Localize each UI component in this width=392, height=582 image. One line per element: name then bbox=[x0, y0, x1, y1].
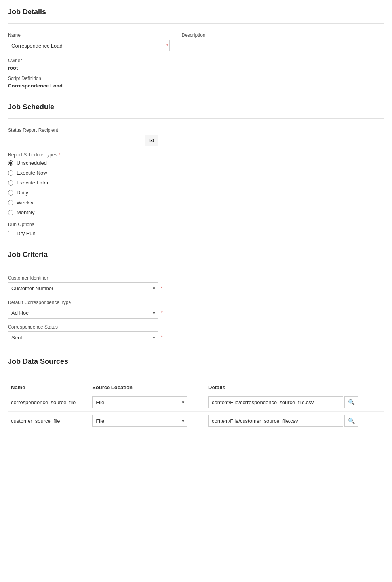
row2-details-cell: 🔍 bbox=[205, 412, 384, 430]
default-correspondence-type-label: Default Correspondence Type bbox=[8, 300, 384, 305]
job-details-section: Job Details Name * Description Owner roo… bbox=[8, 8, 384, 89]
name-input-wrap: * bbox=[8, 40, 170, 51]
report-schedule-types-field: Report Schedule Types * Unscheduled Exec… bbox=[8, 152, 384, 215]
radio-execute-later-label: Execute Later bbox=[17, 180, 48, 186]
schedule-radio-group: Unscheduled Execute Now Execute Later Da… bbox=[8, 160, 384, 215]
status-report-label: Status Report Recipient bbox=[8, 127, 384, 133]
col-name: Name bbox=[8, 382, 89, 393]
row1-source-select-wrap: File Database API ▼ bbox=[92, 396, 187, 408]
col-source-location: Source Location bbox=[89, 382, 205, 393]
radio-monthly[interactable]: Monthly bbox=[8, 209, 384, 215]
radio-monthly-input[interactable] bbox=[8, 210, 13, 215]
job-details-row1: Name * Description bbox=[8, 32, 384, 51]
row2-source-select-wrap: File Database API ▼ bbox=[92, 415, 187, 427]
run-options-label: Run Options bbox=[8, 222, 384, 227]
customer-identifier-select-container: Customer Number Account Number Email ▼ bbox=[8, 282, 158, 294]
name-field-col: Name * bbox=[8, 32, 170, 51]
radio-weekly-input[interactable] bbox=[8, 200, 13, 205]
schedule-required-star: * bbox=[59, 152, 60, 157]
owner-value: root bbox=[8, 65, 384, 71]
customer-identifier-select[interactable]: Customer Number Account Number Email bbox=[8, 282, 158, 294]
job-schedule-section: Job Schedule Status Report Recipient ✉ R… bbox=[8, 103, 384, 236]
row2-source-select[interactable]: File Database API bbox=[92, 415, 187, 427]
radio-execute-now-label: Execute Now bbox=[17, 170, 47, 176]
radio-execute-now-input[interactable] bbox=[8, 170, 13, 176]
section-divider2 bbox=[8, 118, 384, 119]
job-details-title: Job Details bbox=[8, 8, 384, 16]
row2-details-wrap: 🔍 bbox=[208, 415, 381, 427]
radio-execute-later[interactable]: Execute Later bbox=[8, 180, 384, 186]
row1-details-input[interactable] bbox=[208, 396, 343, 408]
default-correspondence-type-select-wrap: Ad Hoc Standard Custom ▼ * bbox=[8, 307, 384, 319]
status-report-recipient-field: Status Report Recipient ✉ bbox=[8, 127, 384, 146]
job-data-sources-section: Job Data Sources Name Source Location De… bbox=[8, 358, 384, 430]
radio-execute-later-input[interactable] bbox=[8, 180, 13, 186]
radio-monthly-label: Monthly bbox=[17, 209, 35, 215]
report-schedule-types-label: Report Schedule Types * bbox=[8, 152, 384, 158]
radio-weekly-label: Weekly bbox=[17, 200, 33, 205]
default-correspondence-type-select[interactable]: Ad Hoc Standard Custom bbox=[8, 307, 158, 319]
radio-unscheduled-label: Unscheduled bbox=[17, 160, 47, 166]
description-field-col: Description bbox=[182, 32, 384, 51]
section-divider bbox=[8, 23, 384, 24]
radio-daily-input[interactable] bbox=[8, 190, 13, 196]
radio-weekly[interactable]: Weekly bbox=[8, 200, 384, 205]
row1-details-cell: 🔍 bbox=[205, 393, 384, 412]
description-input[interactable] bbox=[182, 40, 384, 51]
radio-execute-now[interactable]: Execute Now bbox=[8, 170, 384, 176]
customer-identifier-required-star: * bbox=[161, 285, 163, 291]
default-correspondence-type-required-star: * bbox=[161, 310, 163, 316]
dry-run-label: Dry Run bbox=[17, 230, 36, 236]
job-criteria-title: Job Criteria bbox=[8, 251, 384, 259]
table-row: customer_source_file File Database API ▼ bbox=[8, 412, 384, 430]
row1-name: correspondence_source_file bbox=[8, 393, 89, 412]
correspondence-status-select[interactable]: Sent Pending Draft bbox=[8, 331, 158, 343]
script-definition-value: Correspondence Load bbox=[8, 83, 384, 89]
customer-identifier-select-wrap: Customer Number Account Number Email ▼ * bbox=[8, 282, 384, 294]
table-row: correspondence_source_file File Database… bbox=[8, 393, 384, 412]
job-data-sources-title: Job Data Sources bbox=[8, 358, 384, 366]
status-report-input[interactable] bbox=[8, 135, 145, 146]
dry-run-checkbox-label[interactable]: Dry Run bbox=[8, 230, 384, 236]
correspondence-status-field: Correspondence Status Sent Pending Draft… bbox=[8, 324, 384, 343]
script-definition-field: Script Definition Correspondence Load bbox=[8, 76, 384, 89]
row1-search-button[interactable]: 🔍 bbox=[344, 396, 358, 408]
row2-search-button[interactable]: 🔍 bbox=[344, 415, 358, 427]
default-correspondence-type-field: Default Correspondence Type Ad Hoc Stand… bbox=[8, 300, 384, 319]
row1-details-wrap: 🔍 bbox=[208, 396, 381, 408]
col-details: Details bbox=[205, 382, 384, 393]
email-button[interactable]: ✉ bbox=[145, 135, 158, 146]
radio-unscheduled[interactable]: Unscheduled bbox=[8, 160, 384, 166]
row2-details-input[interactable] bbox=[208, 415, 343, 427]
name-input[interactable] bbox=[8, 40, 170, 51]
row2-name: customer_source_file bbox=[8, 412, 89, 430]
run-options-field: Run Options Dry Run bbox=[8, 222, 384, 236]
correspondence-status-select-wrap: Sent Pending Draft ▼ * bbox=[8, 331, 384, 343]
job-schedule-title: Job Schedule bbox=[8, 103, 384, 111]
customer-identifier-label: Customer Identifier bbox=[8, 275, 384, 281]
description-label: Description bbox=[182, 32, 384, 38]
owner-label: Owner bbox=[8, 58, 384, 63]
dry-run-checkbox[interactable] bbox=[8, 231, 13, 236]
row2-source-location-cell: File Database API ▼ bbox=[89, 412, 205, 430]
correspondence-status-select-container: Sent Pending Draft ▼ bbox=[8, 331, 158, 343]
job-criteria-section: Job Criteria Customer Identifier Custome… bbox=[8, 251, 384, 343]
owner-field: Owner root bbox=[8, 58, 384, 71]
radio-daily-label: Daily bbox=[17, 190, 28, 196]
data-sources-table: Name Source Location Details corresponde… bbox=[8, 382, 384, 430]
default-correspondence-type-select-container: Ad Hoc Standard Custom ▼ bbox=[8, 307, 158, 319]
correspondence-status-required-star: * bbox=[161, 335, 163, 340]
script-definition-label: Script Definition bbox=[8, 76, 384, 81]
row1-source-select[interactable]: File Database API bbox=[92, 396, 187, 408]
radio-unscheduled-input[interactable] bbox=[8, 160, 13, 166]
section-divider4 bbox=[8, 373, 384, 373]
radio-daily[interactable]: Daily bbox=[8, 190, 384, 196]
row1-source-location-cell: File Database API ▼ bbox=[89, 393, 205, 412]
section-divider3 bbox=[8, 266, 384, 266]
customer-identifier-field: Customer Identifier Customer Number Acco… bbox=[8, 275, 384, 294]
name-label: Name bbox=[8, 32, 170, 38]
table-header-row: Name Source Location Details bbox=[8, 382, 384, 393]
email-input-wrap: ✉ bbox=[8, 135, 158, 146]
correspondence-status-label: Correspondence Status bbox=[8, 324, 384, 330]
